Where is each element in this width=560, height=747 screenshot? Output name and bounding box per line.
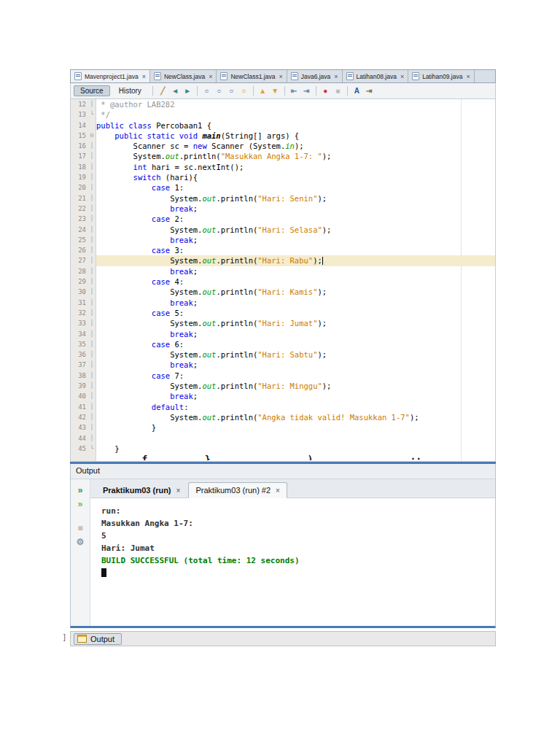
history-button[interactable]: History — [112, 85, 148, 96]
line-number: 20 — [71, 182, 88, 193]
code-token: "Hari: Rabu" — [257, 256, 313, 265]
code-token: Scanner sc = — [96, 142, 193, 150]
code-line: case 1: — [96, 182, 495, 193]
code-area[interactable]: * @author LAB282 */public class Percobaa… — [96, 99, 495, 461]
rerun-icon[interactable]: » — [74, 484, 86, 495]
find-previous-icon[interactable]: ○ — [226, 85, 237, 96]
code-token — [96, 298, 170, 307]
stop-build-icon[interactable]: ■ — [74, 522, 86, 533]
tab-close-icon[interactable]: × — [142, 73, 146, 80]
output-window-title: Output — [71, 464, 495, 479]
file-tab[interactable]: Latihan08.java× — [343, 70, 409, 82]
code-token: "Masukkan Angka 1-7: " — [221, 152, 322, 160]
gutter-row: 27│ — [71, 255, 96, 266]
previous-usage-icon[interactable]: ▲ — [257, 85, 268, 96]
file-tab[interactable]: Java6.java× — [287, 70, 343, 82]
file-tab[interactable]: NewClass.java× — [150, 70, 217, 82]
code-token: .println( — [216, 225, 257, 234]
code-token: Scanner (System. — [211, 142, 285, 150]
code-editor[interactable]: 12│13└1415⊟16│17│18│19│20│21│22│23│24│25… — [70, 99, 496, 462]
find-next-icon[interactable]: ○ — [214, 85, 225, 96]
record-macro-icon[interactable]: ● — [320, 85, 331, 96]
output-tab[interactable]: Praktikum03 (run) #2× — [188, 482, 287, 498]
fold-marker: │ — [88, 360, 96, 370]
code-token: ; — [193, 360, 198, 369]
toggle-typing-mode-icon[interactable]: A — [351, 85, 362, 96]
code-token: 6: — [174, 340, 184, 349]
code-token: .println( — [179, 152, 221, 160]
last-edit-icon[interactable]: ╱ — [158, 85, 168, 96]
code-token: ; — [193, 267, 198, 276]
code-token: (hari){ — [166, 173, 198, 182]
gutter-row: 13└ — [71, 109, 96, 120]
ant-settings-icon[interactable]: ⚙ — [74, 536, 86, 547]
line-number: 32 — [71, 308, 88, 318]
find-selection-icon[interactable]: ○ — [201, 85, 212, 96]
output-toggle-button[interactable]: Output — [74, 633, 122, 645]
code-token: ; — [193, 392, 198, 400]
line-number: 45 — [71, 444, 88, 454]
fold-marker: │ — [88, 172, 96, 182]
gutter-row: 35│ — [71, 339, 96, 349]
jump-last-edit-icon[interactable]: ⇥ — [364, 85, 375, 96]
file-tab[interactable]: NewClass1.java× — [217, 70, 287, 82]
fold-marker: │ — [88, 329, 96, 339]
status-bar: ] Output — [70, 631, 496, 646]
rerun-with-options-icon[interactable]: » — [74, 498, 86, 509]
line-number: 26 — [71, 245, 88, 255]
java-file-icon — [412, 72, 419, 80]
highlight-search-icon[interactable]: ○ — [238, 85, 249, 96]
code-line: System.out.println("Hari: Selasa"); — [96, 225, 495, 235]
fold-marker[interactable]: ⊟ — [88, 131, 96, 141]
tab-close-icon[interactable]: × — [279, 73, 282, 80]
shift-line-right-icon[interactable]: ⇥ — [301, 85, 312, 96]
code-line: switch (hari){ — [96, 172, 495, 182]
output-console[interactable]: run:Masukkan Angka 1-7:5Hari: JumatBUILD… — [90, 498, 495, 626]
code-line: default: — [96, 402, 495, 412]
code-token: break — [170, 204, 193, 213]
fold-marker: └ — [88, 109, 96, 120]
fold-marker: │ — [88, 99, 96, 109]
code-token — [96, 371, 152, 380]
code-token: .println( — [216, 194, 257, 203]
fold-marker: │ — [88, 225, 96, 235]
line-number: 31 — [71, 298, 88, 308]
tab-close-icon[interactable]: × — [400, 73, 404, 80]
line-number: 44 — [71, 433, 88, 444]
fold-marker: │ — [88, 391, 96, 401]
file-tab-label: Mavenproject1.java — [85, 73, 139, 80]
code-token: break — [170, 392, 193, 400]
stop-macro-icon[interactable]: ■ — [332, 85, 343, 96]
file-tab[interactable]: Mavenproject1.java× — [71, 70, 150, 82]
forward-icon[interactable]: ► — [182, 85, 193, 96]
code-token — [96, 131, 114, 140]
code-token: ); — [313, 256, 322, 265]
code-line: * @author LAB282 — [96, 99, 495, 109]
toolbar-separator — [347, 86, 348, 96]
tab-close-icon[interactable]: × — [334, 73, 338, 80]
code-token: 7: — [174, 371, 184, 380]
console-line: BUILD SUCCESSFUL (total time: 12 seconds… — [101, 554, 495, 567]
code-token: System. — [96, 194, 202, 203]
file-tab[interactable]: Latihan09.java× — [408, 70, 475, 82]
window-edge-glyph: ] — [63, 633, 66, 641]
code-token: System. — [96, 350, 202, 359]
tab-close-icon[interactable]: × — [466, 73, 470, 80]
shift-line-left-icon[interactable]: ⇤ — [289, 85, 300, 96]
tab-close-icon[interactable]: × — [176, 487, 181, 495]
code-token: public static void — [114, 131, 202, 140]
tab-close-icon[interactable]: × — [209, 73, 212, 80]
gutter-row: 15⊟ — [71, 131, 96, 141]
gutter-row: 33│ — [71, 318, 96, 328]
source-button[interactable]: Source — [74, 85, 110, 96]
line-number: 37 — [71, 360, 88, 370]
output-window: Output »»■⚙ Praktikum03 (run)×Praktikum0… — [70, 464, 496, 628]
next-usage-icon[interactable]: ▼ — [270, 85, 281, 96]
file-tab-label: NewClass.java — [164, 73, 205, 80]
output-tab[interactable]: Praktikum03 (run)× — [96, 483, 187, 498]
back-icon[interactable]: ◄ — [170, 85, 181, 96]
code-line: case 5: — [96, 308, 495, 318]
code-token: .println( — [216, 319, 257, 328]
tab-close-icon[interactable]: × — [276, 487, 280, 495]
line-number: 43 — [71, 422, 88, 433]
